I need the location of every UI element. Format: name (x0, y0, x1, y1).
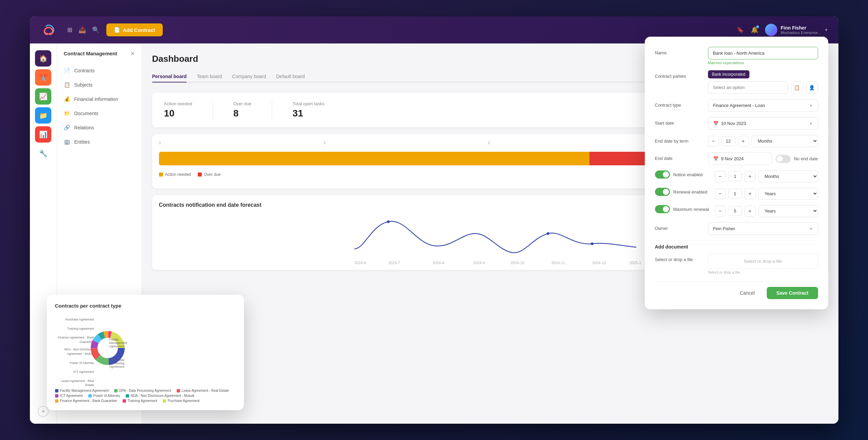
parties-person-btn[interactable]: 👤 (806, 81, 818, 94)
form-row-end-date: End date 📅 9 Nov 2024 No end date (655, 152, 818, 165)
max-renewal-toggle[interactable] (655, 205, 670, 213)
sidebar-icon-settings[interactable]: 🔧 (35, 145, 51, 162)
documents-icon: 📁 (64, 110, 70, 116)
end-term-value: 12 (722, 136, 735, 146)
nav-item-subjects[interactable]: 📋 Subjects (57, 78, 142, 92)
save-button[interactable]: Save Contract (767, 287, 818, 299)
owner-label: Owner (655, 222, 703, 231)
legend-finance-bank: Finance Agreement - Bank Guarantee (55, 399, 117, 403)
sidebar-icon-home[interactable]: 🏠 (35, 50, 51, 67)
parties-copy-btn[interactable]: 📋 (791, 81, 803, 94)
renewal-stepper: − 1 + Years Months Days (715, 188, 818, 200)
nav-item-relations[interactable]: 🔗 Relations (57, 121, 142, 135)
chart-legend-grid: Facility Management Agreement DPA - Data… (55, 389, 236, 403)
notice-minus-btn[interactable]: − (715, 171, 726, 182)
end-term-minus-btn[interactable]: − (708, 136, 719, 147)
nav-item-documents[interactable]: 📁 Documents (57, 106, 142, 121)
svg-text:2024-9: 2024-9 (473, 261, 485, 265)
form-row-parties: Contract parties Bank Incorporated 📋 👤 (655, 70, 818, 94)
max-renewal-plus-btn[interactable]: + (745, 206, 756, 217)
action-needed-label: Action needed (164, 101, 192, 106)
legend-lease: Lease Agreement - Real Estate (177, 389, 229, 392)
no-end-date-row: No end date (776, 155, 818, 163)
file-drop-area[interactable]: Select or drop a file (708, 254, 818, 269)
grid-icon[interactable]: ⊞ (67, 26, 72, 34)
tab-personal[interactable]: Personal board (152, 71, 187, 82)
notice-control: − 1 + Months Years Days (715, 170, 818, 182)
inbox-icon[interactable]: 📥 (78, 26, 86, 34)
contracts-type-panel: Contracts per contract type Purchase Agr… (47, 295, 244, 410)
contract-type-select[interactable]: Finance Agreement - Loan ▼ (708, 99, 818, 112)
sidebar-icon-reports[interactable]: 📊 (35, 126, 51, 143)
label-finance: Finance Agreement - Bank Guarantee (55, 335, 94, 344)
bookmark-icon[interactable]: 🔖 (737, 26, 744, 34)
stat-divider-1 (213, 101, 213, 119)
sidebar-icon-documents[interactable]: 📁 (35, 107, 51, 124)
end-date-input[interactable]: 📅 9 Nov 2024 (708, 152, 772, 165)
form-row-name: Name Matches expectations (655, 47, 818, 65)
renewal-plus-btn[interactable]: + (745, 188, 756, 199)
max-renewal-unit-select[interactable]: Years Months Days (758, 205, 818, 217)
end-term-plus-btn[interactable]: + (738, 136, 749, 147)
select-row-parties: 📋 👤 (708, 81, 818, 94)
add-contract-button[interactable]: 📄 Add Contract (106, 23, 163, 36)
form-row-start-date: Start date 📅 10 Nov 2023 ▼ (655, 117, 818, 130)
notification-icon[interactable]: 🔔 (751, 26, 758, 34)
notice-value: 1 (728, 171, 742, 181)
name-input[interactable] (708, 47, 818, 59)
end-term-unit-select[interactable]: Months Years Days (751, 135, 818, 147)
nav-item-financial[interactable]: 💰 Financial information (57, 92, 142, 106)
parties-select[interactable] (708, 81, 788, 94)
end-date-row: 📅 9 Nov 2024 No end date (708, 152, 818, 165)
donut-right-label-dpa: DPA - Data Processing Agreement (109, 358, 137, 368)
form-row-file: Select or drop a file Select or drop a f… (655, 254, 818, 274)
nav-item-contracts[interactable]: 📄 Contracts (57, 63, 142, 78)
form-row-end-by-term: End date by term − 12 + Months Years Day… (655, 135, 818, 147)
notice-toggle[interactable] (655, 170, 670, 179)
owner-select[interactable]: Finn Fisher ▼ (708, 222, 818, 235)
svg-text:2024-11: 2024-11 (551, 261, 565, 265)
legend-color-ict (55, 394, 58, 398)
nav-panel-close[interactable]: ✕ (130, 50, 135, 57)
donut-right-label: Facility Management Agreement (109, 338, 137, 348)
legend-color-purchase (163, 399, 166, 403)
sidebar-icon-contracts[interactable]: ✂️ (35, 69, 51, 86)
calendar-icon-2: 📅 (713, 156, 719, 161)
notice-label: Notice enabled (673, 172, 703, 177)
search-icon[interactable]: 🔍 (92, 26, 100, 34)
end-date-label: End date (655, 152, 703, 161)
stat-divider-2 (272, 101, 272, 119)
legend-dot-orange (159, 172, 163, 177)
legend-color-training (123, 399, 126, 403)
sidebar-add-button[interactable]: + (38, 406, 49, 417)
contract-type-value: Finance Agreement - Loan (713, 103, 809, 108)
nav-item-entities[interactable]: 🏢 Entities (57, 135, 142, 149)
notice-plus-btn[interactable]: + (745, 171, 756, 182)
user-info[interactable]: Finn Fisher Mochadocs Enterprise... ▼ (765, 24, 828, 36)
svg-text:2024-8: 2024-8 (432, 261, 444, 265)
tab-team[interactable]: Team board (197, 71, 222, 82)
renewal-unit-select[interactable]: Years Months Days (758, 188, 818, 200)
max-renewal-minus-btn[interactable]: − (715, 206, 726, 217)
stat-action-needed: Action needed 10 (164, 101, 192, 119)
tab-company[interactable]: Company board (232, 71, 266, 82)
no-end-date-toggle[interactable] (776, 155, 791, 163)
start-date-input[interactable]: 📅 10 Nov 2023 ▼ (708, 117, 818, 130)
cancel-button[interactable]: Cancel (732, 287, 763, 299)
notice-unit-select[interactable]: Months Years Days (758, 170, 818, 182)
renewal-label: Renewal enabled (673, 189, 707, 195)
start-date-label: Start date (655, 117, 703, 126)
form-actions: Cancel Save Contract (655, 281, 818, 299)
sidebar-icon-analytics[interactable]: 📈 (35, 88, 51, 105)
renewal-minus-btn[interactable]: − (715, 188, 726, 199)
legend-color-dpa (114, 389, 118, 392)
form-row-max-renewal: Maximum renewal − 5 + Years Months Days (655, 205, 818, 217)
legend-dot-red (198, 172, 202, 177)
donut-left-labels: Purchase Agreement Training Agreement Fi… (55, 317, 94, 387)
legend-action-needed: Action needed (159, 172, 191, 177)
tab-default[interactable]: Default board (276, 71, 305, 82)
max-renewal-label: Maximum renewal (673, 207, 709, 212)
over-due-value: 8 (233, 108, 251, 119)
file-drop-hint: Select or drop a file (708, 270, 818, 274)
renewal-toggle[interactable] (655, 188, 670, 196)
